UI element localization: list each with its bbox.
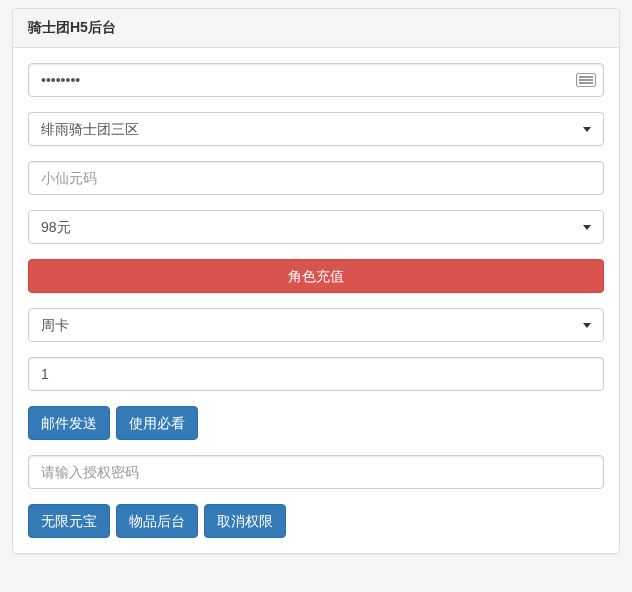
unlimited-gold-button[interactable]: 无限元宝 (28, 504, 110, 538)
quantity-input[interactable] (28, 357, 604, 391)
card-select[interactable]: 周卡 (28, 308, 604, 342)
usage-note-button[interactable]: 使用必看 (116, 406, 198, 440)
revoke-permission-button[interactable]: 取消权限 (204, 504, 286, 538)
amount-select[interactable]: 98元 (28, 210, 604, 244)
panel-body: 绯雨骑士团三区 98元 角色充值 周卡 (13, 48, 619, 553)
panel-title: 骑士团H5后台 (13, 9, 619, 48)
card-select-value: 周卡 (41, 315, 69, 335)
password-input[interactable] (28, 63, 604, 97)
chevron-down-icon (583, 323, 591, 328)
server-select-value: 绯雨骑士团三区 (41, 119, 139, 139)
recharge-button[interactable]: 角色充值 (28, 259, 604, 293)
role-input[interactable] (28, 161, 604, 195)
server-select[interactable]: 绯雨骑士团三区 (28, 112, 604, 146)
admin-panel: 骑士团H5后台 绯雨骑士团三区 98元 (12, 8, 620, 554)
chevron-down-icon (583, 225, 591, 230)
chevron-down-icon (583, 127, 591, 132)
item-backend-button[interactable]: 物品后台 (116, 504, 198, 538)
auth-password-input[interactable] (28, 455, 604, 489)
amount-select-value: 98元 (41, 217, 71, 237)
mail-send-button[interactable]: 邮件发送 (28, 406, 110, 440)
